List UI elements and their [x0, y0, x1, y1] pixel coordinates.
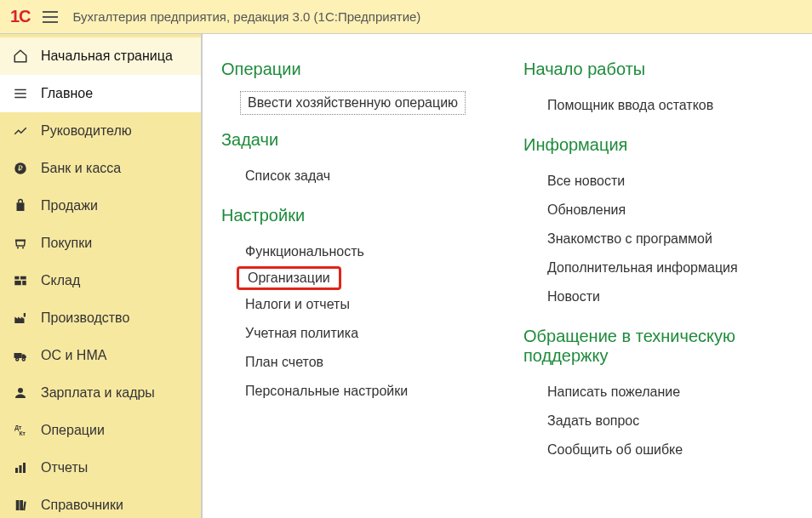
- sidebar-item-0[interactable]: Главное: [0, 75, 201, 112]
- link-additional-info[interactable]: Дополнительная информация: [523, 253, 805, 282]
- sidebar-item-label: Производство: [41, 310, 129, 326]
- link-all-news[interactable]: Все новости: [523, 167, 805, 196]
- svg-rect-22: [20, 500, 23, 510]
- link-news[interactable]: Новости: [523, 282, 805, 311]
- link-feedback[interactable]: Написать пожелание: [523, 378, 805, 407]
- section-title-tasks: Задачи: [221, 130, 503, 150]
- logo-1c: 1С: [10, 7, 31, 26]
- sidebar-item-label: Покупки: [41, 236, 92, 251]
- col-right: Начало работы Помощник ввода остатков Ин…: [523, 53, 805, 511]
- bag-icon: [10, 198, 31, 213]
- section-title-operations: Операции: [221, 60, 503, 79]
- sidebar-item-label: ОС и НМА: [41, 348, 106, 363]
- titlebar: 1С Бухгалтерия предприятия, редакция 3.0…: [0, 0, 812, 34]
- svg-point-14: [22, 358, 25, 361]
- sidebar-item-11[interactable]: Справочники: [0, 487, 201, 518]
- home-icon: [10, 48, 31, 64]
- sidebar-item-label: Отчеты: [41, 460, 88, 475]
- truck-icon: [10, 348, 31, 363]
- chart-icon: [10, 123, 31, 139]
- sidebar-item-label: Склад: [41, 273, 80, 288]
- svg-rect-10: [22, 281, 26, 285]
- sidebar-item-label: Главное: [41, 86, 93, 101]
- link-functionality[interactable]: Функциональность: [221, 237, 503, 266]
- sidebar-item-4[interactable]: Покупки: [0, 225, 201, 262]
- sidebar-item-2[interactable]: ₽Банк и касса: [0, 150, 201, 187]
- svg-rect-21: [16, 500, 20, 510]
- link-updates[interactable]: Обновления: [523, 196, 805, 225]
- sidebar-item-8[interactable]: Зарплата и кадры: [0, 374, 201, 412]
- sidebar-item-6[interactable]: Производство: [0, 299, 201, 337]
- section-title-info: Информация: [523, 135, 805, 155]
- link-ask-question[interactable]: Задать вопрос: [523, 407, 805, 435]
- svg-rect-23: [23, 501, 26, 510]
- sidebar-item-label: Начальная страница: [41, 48, 173, 64]
- svg-rect-7: [14, 276, 19, 280]
- sidebar-item-1[interactable]: Руководителю: [0, 112, 201, 150]
- link-chart-of-accounts[interactable]: План счетов: [221, 348, 503, 377]
- svg-text:Кт: Кт: [20, 430, 26, 436]
- grid-icon: [10, 273, 31, 288]
- section-title-start: Начало работы: [523, 60, 805, 79]
- factory-icon: [10, 310, 31, 326]
- link-enter-operation[interactable]: Ввести хозяйственную операцию: [240, 91, 466, 115]
- sidebar-item-3[interactable]: Продажи: [0, 187, 201, 225]
- link-personal-settings[interactable]: Персональные настройки: [221, 377, 503, 406]
- sidebar-item-label: Операции: [41, 423, 105, 438]
- svg-text:₽: ₽: [18, 164, 23, 173]
- books-icon: [10, 498, 31, 513]
- svg-rect-12: [14, 353, 22, 358]
- link-organizations[interactable]: Организации: [237, 266, 341, 290]
- menu-icon: [10, 86, 31, 101]
- dtkt-icon: ДтКт: [10, 423, 31, 438]
- link-account-policy[interactable]: Учетная политика: [221, 319, 503, 348]
- bars-icon: [10, 460, 31, 475]
- svg-rect-9: [14, 281, 21, 285]
- svg-rect-20: [23, 463, 26, 473]
- sidebar-item-label: Продажи: [41, 198, 98, 213]
- sidebar-item-5[interactable]: Склад: [0, 262, 201, 299]
- section-title-support: Обращение в техническую поддержку: [523, 327, 805, 366]
- svg-rect-18: [15, 468, 18, 473]
- link-balances-assistant[interactable]: Помощник ввода остатков: [523, 91, 805, 120]
- sidebar-item-label: Справочники: [41, 498, 123, 513]
- section-title-settings: Настройки: [221, 206, 503, 225]
- svg-rect-11: [24, 313, 26, 317]
- ruble-icon: ₽: [10, 161, 31, 176]
- person-icon: [10, 385, 31, 401]
- sidebar-item-7[interactable]: ОС и НМА: [0, 337, 201, 374]
- cart-icon: [10, 236, 31, 251]
- hamburger-icon[interactable]: [43, 11, 58, 23]
- svg-point-13: [16, 358, 19, 361]
- sidebar-item-label: Руководителю: [41, 123, 132, 139]
- sidebar-item-label: Зарплата и кадры: [41, 385, 155, 401]
- col-left: Операции Ввести хозяйственную операцию З…: [221, 53, 503, 511]
- link-taxes-reports[interactable]: Налоги и отчеты: [221, 290, 503, 319]
- svg-point-15: [18, 388, 23, 393]
- svg-point-5: [17, 247, 19, 248]
- link-report-bug[interactable]: Сообщить об ошибке: [523, 435, 805, 464]
- svg-point-6: [22, 247, 24, 248]
- svg-rect-19: [20, 465, 22, 473]
- content: Операции Ввести хозяйственную операцию З…: [203, 34, 812, 518]
- svg-rect-8: [20, 276, 26, 280]
- link-intro[interactable]: Знакомство с программой: [523, 225, 805, 253]
- sidebar-item-label: Банк и касса: [41, 161, 121, 176]
- link-task-list[interactable]: Список задач: [221, 162, 503, 191]
- sidebar-item-10[interactable]: Отчеты: [0, 449, 201, 487]
- sidebar-item-home[interactable]: Начальная страница: [0, 37, 201, 75]
- sidebar-item-9[interactable]: ДтКтОперации: [0, 412, 201, 449]
- app-title: Бухгалтерия предприятия, редакция 3.0 (1…: [73, 9, 421, 24]
- sidebar: Начальная страница ГлавноеРуководителю₽Б…: [0, 34, 203, 518]
